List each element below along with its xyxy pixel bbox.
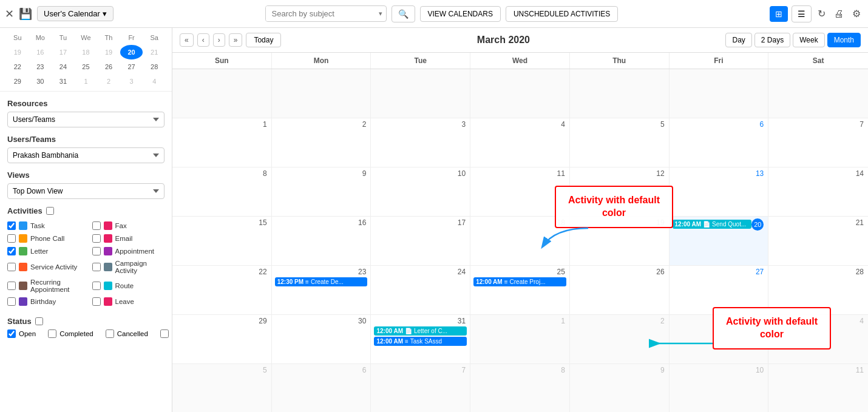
search-button[interactable]: 🔍 — [392, 5, 415, 22]
mini-cal-cell[interactable]: 1 — [75, 74, 98, 89]
calendar-cell[interactable]: 1 — [470, 315, 570, 363]
views-dropdown[interactable]: Top Down View — [7, 183, 164, 199]
status-master-checkbox[interactable] — [35, 317, 43, 325]
calendar-cell[interactable]: 7 — [371, 364, 470, 412]
activity-checkbox[interactable] — [7, 221, 16, 230]
mini-cal-cell[interactable]: 19 — [6, 45, 29, 59]
mini-cal-cell[interactable]: 22 — [6, 59, 29, 74]
activity-checkbox[interactable] — [7, 263, 16, 271]
status-checkbox[interactable] — [7, 329, 16, 338]
activity-checkbox[interactable] — [92, 234, 101, 243]
mini-cal-cell[interactable]: 17 — [52, 45, 75, 59]
search-dropdown-button[interactable]: ▾ — [375, 7, 386, 21]
calendar-cell[interactable] — [570, 69, 670, 118]
mini-cal-cell[interactable]: 20 — [120, 45, 143, 59]
grid-view-button[interactable]: ⊞ — [770, 6, 788, 22]
users-teams-dropdown[interactable]: Prakash Bambhania — [7, 147, 164, 163]
calendar-cell[interactable]: 5 — [172, 364, 272, 412]
nav-next-button[interactable]: › — [213, 33, 225, 47]
activities-master-checkbox[interactable] — [46, 207, 54, 215]
calendar-cell[interactable] — [470, 69, 570, 118]
refresh-button[interactable]: ↻ — [815, 5, 828, 22]
search-input[interactable] — [266, 6, 375, 21]
calendar-cell[interactable]: 8 — [470, 364, 570, 412]
nav-prev-button[interactable]: ‹ — [197, 33, 209, 47]
activity-checkbox[interactable] — [7, 234, 16, 243]
mini-cal-cell[interactable]: 26 — [97, 59, 120, 74]
list-view-button[interactable]: ☰ — [792, 5, 812, 22]
calendar-cell[interactable]: 5 — [570, 118, 670, 167]
nav-last-button[interactable]: » — [229, 33, 243, 47]
nav-first-button[interactable]: « — [180, 33, 194, 47]
calendar-cell[interactable]: 7 — [768, 118, 868, 167]
activity-checkbox[interactable] — [92, 297, 101, 306]
view-button-month[interactable]: Month — [827, 33, 861, 47]
calendar-cell[interactable]: 2 — [570, 315, 670, 363]
calendar-selector[interactable]: User's Calendar ▾ — [37, 6, 114, 21]
calendar-cell[interactable]: 4 — [470, 118, 570, 167]
calendar-cell[interactable]: 19 — [570, 217, 670, 265]
calendar-cell[interactable] — [371, 69, 470, 118]
calendar-cell[interactable]: 3112:00 AM📄Letter of C...12:00 AM≡Task S… — [371, 315, 470, 363]
calendar-cell[interactable]: 9 — [272, 167, 371, 216]
calendar-cell[interactable] — [768, 69, 868, 118]
calendar-cell[interactable]: 11 — [768, 364, 868, 412]
mini-cal-cell[interactable]: 28 — [143, 59, 166, 74]
mini-cal-cell[interactable]: 4 — [143, 74, 166, 89]
calendar-cell[interactable]: 22 — [172, 266, 272, 314]
calendar-cell[interactable]: 10 — [670, 364, 769, 412]
calendar-cell[interactable]: 26 — [570, 266, 670, 314]
today-button[interactable]: Today — [246, 33, 281, 47]
mini-cal-cell[interactable]: 25 — [75, 59, 98, 74]
calendar-cell[interactable]: 2012:00 AM📄Send Quot... — [670, 217, 769, 265]
calendar-cell[interactable]: 2512:00 AM≡Create Proj... — [470, 266, 570, 314]
status-checkbox[interactable] — [160, 329, 169, 338]
view-calendars-button[interactable]: VIEW CALENDARS — [420, 6, 501, 22]
calendar-cell[interactable]: 6 — [272, 364, 371, 412]
activity-checkbox[interactable] — [7, 297, 16, 306]
settings-button[interactable]: ⚙ — [850, 5, 863, 22]
calendar-event[interactable]: 12:00 AM≡Task SAssd — [374, 337, 467, 346]
mini-cal-cell[interactable]: 21 — [143, 45, 166, 59]
calendar-cell[interactable]: 21 — [768, 217, 868, 265]
calendar-cell[interactable]: 30 — [272, 315, 371, 363]
calendar-cell[interactable]: 18 — [470, 217, 570, 265]
activity-checkbox[interactable] — [92, 282, 101, 290]
calendar-cell[interactable]: 13 — [670, 167, 769, 216]
calendar-cell[interactable]: 9 — [570, 364, 670, 412]
resources-dropdown[interactable]: Users/Teams — [7, 112, 164, 127]
mini-cal-cell[interactable]: 18 — [75, 45, 98, 59]
calendar-cell[interactable]: 10 — [371, 167, 470, 216]
mini-cal-cell[interactable]: 24 — [52, 59, 75, 74]
calendar-cell[interactable]: 16 — [272, 217, 371, 265]
calendar-event[interactable]: 12:00 AM📄Send Quot... — [673, 220, 752, 229]
status-checkbox[interactable] — [106, 329, 114, 338]
activity-checkbox[interactable] — [92, 221, 101, 230]
calendar-cell[interactable]: 11 — [470, 167, 570, 216]
mini-cal-cell[interactable]: 31 — [52, 74, 75, 89]
calendar-cell[interactable] — [172, 69, 272, 118]
calendar-cell[interactable]: 2312:30 PM≡Create De... — [272, 266, 371, 314]
calendar-cell[interactable] — [272, 69, 371, 118]
activity-checkbox[interactable] — [7, 247, 16, 255]
mini-cal-cell[interactable]: 29 — [6, 74, 29, 89]
calendar-event[interactable]: 12:00 AM≡Create Proj... — [473, 277, 566, 286]
mini-cal-cell[interactable]: 30 — [29, 74, 52, 89]
mini-cal-cell[interactable]: 3 — [120, 74, 143, 89]
calendar-cell[interactable]: 29 — [172, 315, 272, 363]
calendar-cell[interactable]: 3 — [670, 315, 769, 363]
unscheduled-activities-button[interactable]: UNSCHEDULED ACTIVITIES — [506, 6, 618, 22]
calendar-cell[interactable]: 6 — [670, 118, 769, 167]
calendar-cell[interactable]: 12 — [570, 167, 670, 216]
activity-checkbox[interactable] — [92, 247, 101, 255]
calendar-cell[interactable]: 8 — [172, 167, 272, 216]
close-button[interactable]: ✕ — [5, 7, 14, 21]
status-checkbox[interactable] — [48, 329, 56, 338]
save-button[interactable]: 💾 — [19, 7, 32, 21]
view-button-2-days[interactable]: 2 Days — [754, 33, 790, 47]
mini-cal-cell[interactable]: 2 — [97, 74, 120, 89]
calendar-cell[interactable]: 1 — [172, 118, 272, 167]
view-button-day[interactable]: Day — [725, 33, 751, 47]
mini-cal-cell[interactable]: 19 — [97, 45, 120, 59]
calendar-cell[interactable]: 24 — [371, 266, 470, 314]
